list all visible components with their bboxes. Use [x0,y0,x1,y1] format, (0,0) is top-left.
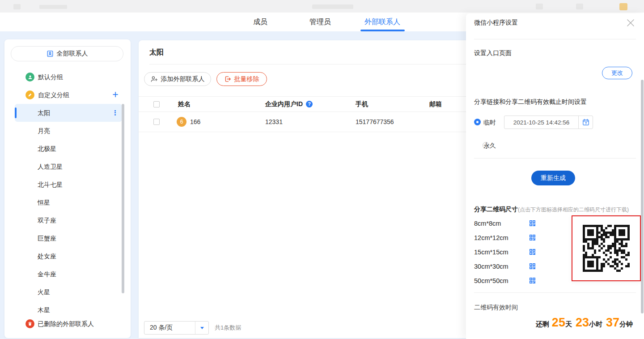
add-group-button[interactable]: + [110,89,121,101]
radio-temporary-label[interactable]: 临时 [483,118,496,127]
sidebar-group-item[interactable]: 月亮 [38,122,50,140]
close-icon[interactable] [626,18,635,27]
qr-size-title: 分享二维码尺寸 [474,206,518,213]
miniprogram-settings-drawer: 微信小程序设置 设置入口页面 更改 分享链接和分享二维码有效截止时间设置 临时 … [466,13,644,339]
dropdown-area[interactable] [195,327,208,329]
row-checkbox[interactable] [153,119,160,125]
add-external-contact-button[interactable]: 添加外部联系人 [144,72,211,86]
sidebar-group-item[interactable]: 金牛座 [38,265,56,283]
selected-indicator-bar [15,107,17,118]
batch-remove-button[interactable]: 批量移除 [216,72,267,86]
qr-download-icon[interactable] [529,249,536,257]
tab-external-contacts[interactable]: 外部联系人 [364,13,400,31]
sidebar-item-deleted-contacts[interactable]: 已删除的外部联系人 [38,319,94,328]
qr-download-icon[interactable] [529,220,536,228]
regenerate-button[interactable]: 重新生成 [531,171,575,185]
chevron-down-icon [200,327,204,329]
sidebar-group-item[interactable]: 双子座 [38,211,56,229]
qr-size-label: 12cm*12cm [474,233,508,242]
countdown: 还剩 25 天 23 小时 37 分钟 [536,316,633,330]
qr-download-icon[interactable] [529,263,536,271]
titlebar-remnant [312,4,353,9]
validity-section-label: 分享链接和分享二维码有效截止时间设置 [474,98,587,106]
radio-temporary[interactable] [474,119,481,125]
titlebar-star-icon [619,3,627,10]
cell-phone: 15177677356 [356,112,394,132]
contacts-sidebar: 全部联系人 默认分组 自定义分组 + 太阳 ⋮ 月亮 北极星 人造卫星 北斗七星… [4,39,131,338]
group-kebab-menu-icon[interactable]: ⋮ [112,104,119,122]
sidebar-group-item[interactable]: 恒星 [38,193,50,211]
custom-group-icon [25,90,34,99]
qr-size-label: 30cm*30cm [474,262,508,271]
tab-members[interactable]: 成员 [253,13,267,31]
datetime-input[interactable]: 2021-10-25 14:42:56 [504,116,593,129]
qr-code-preview [572,215,641,281]
qr-valid-time-label: 二维码有效时间 [474,304,518,312]
cell-name: 166 [190,112,200,132]
drawer-title: 微信小程序设置 [474,19,518,27]
drawer-scrollbar[interactable] [641,80,644,313]
entry-page-label: 设置入口页面 [474,49,512,57]
cell-userid: 12331 [265,112,283,132]
countdown-minutes-unit: 分钟 [619,320,633,329]
qr-size-label: 15cm*15cm [474,248,508,257]
qr-size-label: 50cm*50cm [474,276,508,285]
help-icon[interactable]: ? [306,101,313,107]
tab-admins[interactable]: 管理员 [309,13,331,31]
group-label: 太阳 [38,104,50,122]
contact-book-icon [47,50,54,57]
sidebar-group-item[interactable]: 北斗七星 [38,176,63,193]
col-header-email: 邮箱 [429,97,442,112]
sidebar-item-default-group[interactable]: 默认分组 [38,73,63,82]
change-button-label: 更改 [611,69,623,77]
active-tab-underline [360,30,405,31]
select-all-checkbox[interactable] [153,101,160,107]
sidebar-group-item[interactable]: 火星 [38,283,50,301]
countdown-minutes: 37 [606,316,619,330]
sidebar-group-item[interactable]: 处女座 [38,247,56,265]
qr-size-label: 8cm*8cm [474,219,501,228]
countdown-prefix: 还剩 [536,320,549,329]
remove-export-icon [225,76,231,82]
sidebar-group-item[interactable]: 巨蟹座 [38,229,56,247]
batch-remove-label: 批量移除 [234,75,259,83]
sidebar-group-item[interactable]: 北极星 [38,140,56,158]
page-size-value: 20 条/页 [144,324,195,332]
page-title: 太阳 [149,48,164,57]
sidebar-group-item-selected[interactable]: 太阳 ⋮ [15,104,122,122]
col-header-userid: 企业内用户ID [265,100,303,108]
countdown-hours-unit: 小时 [589,320,602,329]
sidebar-group-item[interactable]: 人造卫星 [38,158,63,176]
countdown-days: 25 [552,316,565,330]
countdown-hours: 23 [576,316,589,330]
titlebar-remnant [39,5,67,9]
avatar: 6 [177,117,186,127]
total-count-text: 共1条数据 [215,321,241,335]
qr-download-icon[interactable] [529,234,536,243]
calendar-button[interactable] [578,116,593,129]
sidebar-scrollbar[interactable] [122,104,124,293]
person-add-icon [151,76,158,82]
countdown-days-unit: 天 [565,320,572,329]
col-header-name: 姓名 [178,97,191,112]
titlebar-remnant [13,4,21,9]
titlebar-remnant [576,4,583,9]
radio-permanent-label[interactable]: 永久 [483,141,496,150]
titlebar-remnant [536,4,543,9]
change-button[interactable]: 更改 [602,67,632,79]
default-group-icon [25,73,34,82]
add-external-contact-label: 添加外部联系人 [161,75,205,83]
qr-size-hint: (点击下方图标选择相应的二维码尺寸进行下载) [518,206,629,213]
qr-code-pattern [583,225,630,272]
datetime-value: 2021-10-25 14:42:56 [504,119,578,126]
calendar-icon [582,119,589,126]
all-contacts-label: 全部联系人 [57,50,88,58]
all-contacts-button[interactable]: 全部联系人 [11,46,123,61]
qr-download-icon[interactable] [529,277,536,286]
page-size-select[interactable]: 20 条/页 [144,321,209,335]
col-header-phone: 手机 [356,97,368,112]
titlebar [0,0,644,13]
trash-icon [25,319,34,328]
sidebar-group-item[interactable]: 木星 [38,301,50,319]
sidebar-item-custom-group[interactable]: 自定义分组 [38,90,69,99]
